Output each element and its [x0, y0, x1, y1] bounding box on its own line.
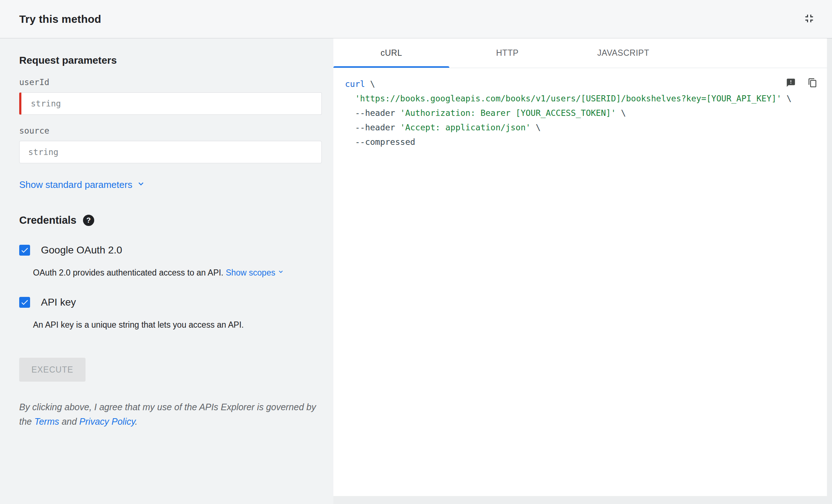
- tab-javascript[interactable]: JAVASCRIPT: [565, 38, 681, 68]
- terms-link[interactable]: Terms: [34, 416, 59, 427]
- chevron-down-icon: [136, 178, 146, 191]
- execute-button[interactable]: EXECUTE: [19, 358, 86, 382]
- tab-http[interactable]: HTTP: [449, 38, 565, 68]
- request-panel: Request parameters userId source Show st…: [0, 38, 333, 504]
- code-sample-panel: cURL HTTP JAVASCRIPT: [333, 38, 827, 496]
- curl-code-block: curl \ 'https://books.googleapis.com/boo…: [345, 77, 783, 149]
- credentials-heading-row: Credentials ?: [19, 214, 322, 226]
- oauth-description: OAuth 2.0 provides authenticated access …: [33, 267, 323, 278]
- legal-middle: and: [59, 416, 79, 427]
- feedback-button[interactable]: [783, 76, 798, 91]
- copy-icon: [808, 78, 818, 89]
- oauth-checkbox[interactable]: [19, 245, 30, 256]
- api-key-checkbox[interactable]: [19, 297, 30, 308]
- userid-input[interactable]: [19, 92, 322, 115]
- legal-suffix: .: [135, 416, 138, 427]
- api-key-description: An API key is a unique string that lets …: [33, 319, 323, 331]
- credentials-heading: Credentials: [19, 214, 76, 226]
- show-standard-parameters-label: Show standard parameters: [19, 179, 132, 190]
- oauth-description-text: OAuth 2.0 provides authenticated access …: [33, 268, 224, 277]
- show-scopes-link[interactable]: Show scopes: [226, 267, 285, 278]
- api-key-credential-row[interactable]: API key: [19, 297, 322, 308]
- legal-text: By clicking above, I agree that my use o…: [19, 400, 322, 429]
- api-key-label: API key: [41, 297, 76, 308]
- help-icon[interactable]: ?: [83, 215, 94, 226]
- oauth-label: Google OAuth 2.0: [41, 244, 122, 256]
- collapse-button[interactable]: [801, 11, 818, 28]
- fullscreen-exit-icon: [803, 12, 816, 26]
- panel-header: Try this method: [0, 0, 832, 38]
- userid-label: userId: [19, 77, 322, 87]
- code-line: --header 'Accept: application/json' \: [345, 120, 783, 135]
- request-parameters-heading: Request parameters: [19, 55, 322, 66]
- tab-curl[interactable]: cURL: [333, 38, 449, 68]
- show-standard-parameters-link[interactable]: Show standard parameters: [19, 178, 146, 191]
- source-label: source: [19, 126, 322, 135]
- code-language-tabs: cURL HTTP JAVASCRIPT: [333, 38, 827, 68]
- feedback-icon: [786, 78, 796, 89]
- code-line: 'https://books.googleapis.com/books/v1/u…: [345, 91, 783, 106]
- code-sample-area: curl \ 'https://books.googleapis.com/boo…: [333, 68, 827, 496]
- userid-field: userId: [19, 77, 322, 115]
- code-line: curl \: [345, 77, 783, 91]
- show-scopes-label: Show scopes: [226, 267, 275, 278]
- panel-body: Request parameters userId source Show st…: [0, 38, 832, 504]
- privacy-policy-link[interactable]: Privacy Policy: [79, 416, 135, 427]
- chevron-down-icon: [277, 267, 285, 278]
- code-line: --compressed: [345, 135, 783, 149]
- copy-code-button[interactable]: [805, 76, 820, 91]
- source-input[interactable]: [19, 141, 322, 163]
- try-this-method-panel: Try this method Request parameters userI…: [0, 0, 832, 504]
- code-actions: [783, 76, 820, 91]
- code-line: --header 'Authorization: Bearer [YOUR_AC…: [345, 106, 783, 120]
- source-field: source: [19, 126, 322, 163]
- panel-title: Try this method: [19, 13, 101, 25]
- oauth-credential-row[interactable]: Google OAuth 2.0: [19, 244, 322, 256]
